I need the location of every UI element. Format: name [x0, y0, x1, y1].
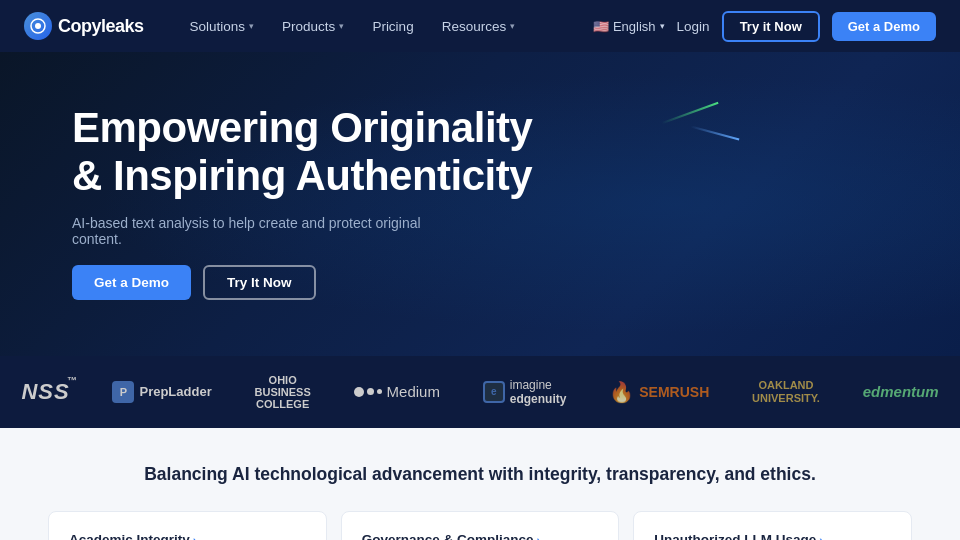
- svg-point-1: [35, 23, 41, 29]
- nav-products[interactable]: Products ▾: [268, 0, 358, 52]
- hero-buttons: Get a Demo Try It Now: [72, 265, 888, 300]
- get-demo-button[interactable]: Get a Demo: [832, 12, 936, 41]
- language-selector[interactable]: 🇺🇸 English ▾: [593, 19, 665, 34]
- logo-edmentum: edmentum: [863, 383, 939, 400]
- logo-oakland: OAKLANDUNIVERSITY.: [752, 379, 820, 405]
- feature-card: Academic Integrity› Empower originality …: [48, 511, 327, 540]
- feature-card: Unauthorized LLM Usage› Ensure your inte…: [633, 511, 912, 540]
- nav-right: 🇺🇸 English ▾ Login Try it Now Get a Demo: [593, 11, 936, 42]
- hero-title: Empowering Originality& Inspiring Authen…: [72, 104, 572, 201]
- navbar: Copyleaks Solutions ▾ Products ▾ Pricing…: [0, 0, 960, 52]
- logo-nss: NSS™: [21, 379, 69, 405]
- feature-card: Governance & Compliance› Guarantee ethic…: [341, 511, 620, 540]
- arrow-icon: ›: [193, 534, 197, 540]
- chevron-icon: ▾: [510, 21, 515, 31]
- chevron-icon: ▾: [339, 21, 344, 31]
- logo-ohio-business: OHIOBUSINESSCOLLEGE: [255, 374, 311, 410]
- logo-medium: Medium: [354, 383, 440, 400]
- logo-icon: [24, 12, 52, 40]
- hero-decoration: [660, 92, 780, 172]
- prepladder-icon: P: [112, 381, 134, 403]
- feature-title: Academic Integrity›: [69, 532, 306, 540]
- logo-prepladder: P PrepLadder: [112, 381, 211, 403]
- features-section: Balancing AI technological advancement w…: [0, 428, 960, 540]
- logo-semrush: 🔥 SEMRUSH: [609, 380, 709, 404]
- features-grid: Academic Integrity› Empower originality …: [48, 511, 912, 540]
- login-link[interactable]: Login: [677, 19, 710, 34]
- nav-solutions[interactable]: Solutions ▾: [176, 0, 269, 52]
- nav-links: Solutions ▾ Products ▾ Pricing Resources…: [176, 0, 593, 52]
- nav-pricing[interactable]: Pricing: [358, 0, 427, 52]
- nav-resources[interactable]: Resources ▾: [428, 0, 530, 52]
- hero-subtitle: AI-based text analysis to help create an…: [72, 215, 472, 247]
- logo-edgenuity: e imagineedgenuity: [483, 378, 567, 406]
- features-heading: Balancing AI technological advancement w…: [48, 464, 912, 485]
- feature-title: Unauthorized LLM Usage›: [654, 532, 891, 540]
- chevron-down-icon: ▾: [660, 21, 665, 31]
- logo[interactable]: Copyleaks: [24, 12, 144, 40]
- chevron-icon: ▾: [249, 21, 254, 31]
- logo-text: Copyleaks: [58, 16, 144, 37]
- arrow-icon: ›: [819, 534, 823, 540]
- arrow-icon: ›: [536, 534, 540, 540]
- feature-title: Governance & Compliance›: [362, 532, 599, 540]
- logos-strip: NSS™ P PrepLadder OHIOBUSINESSCOLLEGE Me…: [0, 356, 960, 428]
- hero-section: Empowering Originality& Inspiring Authen…: [0, 52, 960, 356]
- hero-try-button[interactable]: Try It Now: [203, 265, 316, 300]
- try-now-button[interactable]: Try it Now: [722, 11, 820, 42]
- hero-demo-button[interactable]: Get a Demo: [72, 265, 191, 300]
- flag-icon: 🇺🇸: [593, 19, 609, 34]
